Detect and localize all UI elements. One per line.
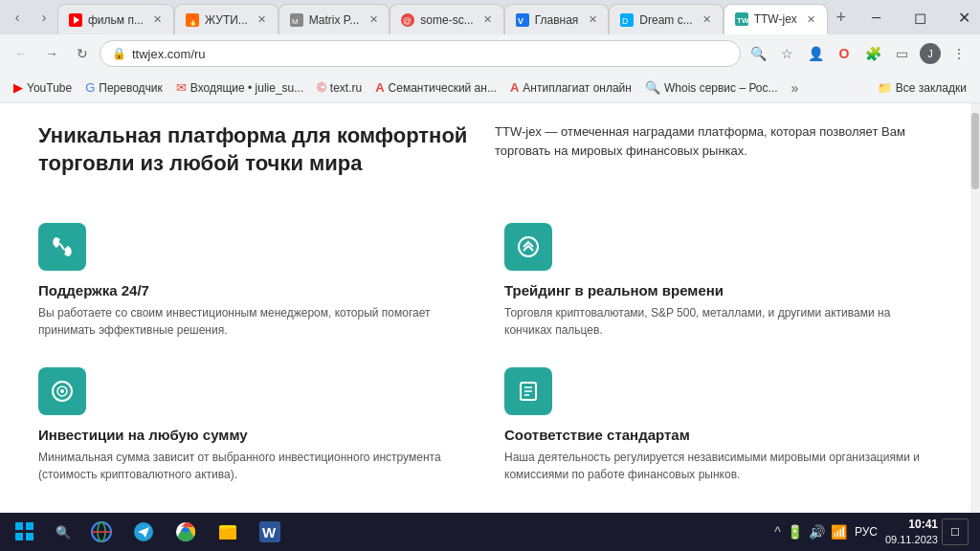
tab-favicon-4: @ [400,12,415,28]
forward-btn[interactable]: → [38,40,65,67]
clock-time: 10:41 [885,517,938,533]
tab-close-5[interactable]: ✕ [585,12,600,28]
feature-icon-wrap-1 [38,223,86,271]
opera-icon[interactable]: O [831,40,858,67]
svg-text:🔥: 🔥 [188,15,199,27]
bookmark-star-icon[interactable]: ☆ [773,40,800,67]
tray-arrow-icon[interactable]: ^ [774,524,781,540]
notification-btn[interactable]: ☐ [942,518,969,545]
all-bookmarks-btn[interactable]: 📁 Все закладки [872,79,972,97]
restore-btn[interactable]: ◻ [899,2,943,33]
browser-tab-4[interactable]: @ some-sc... ✕ [390,4,503,34]
clock-date: 09.11.2023 [885,533,938,547]
bookmarks-more-btn[interactable]: » [788,78,803,98]
tab-prev-btn[interactable]: ‹ [4,4,31,31]
tab-label-3: Matrix P... [309,13,359,27]
browser-tab-7[interactable]: TW TTW-jex ✕ [724,4,828,34]
search-icon[interactable]: 🔍 [745,40,771,67]
svg-text:V: V [518,16,523,26]
address-bar: ← → ↻ 🔒 ttwjex.com/ru 🔍 ☆ 👤 O 🧩 ▭ J ⋮ [0,34,980,73]
bookmark-mail-label: Входящие • julie_su... [190,81,303,95]
svg-text:W: W [262,524,277,540]
tab-close-7[interactable]: ✕ [804,11,819,27]
svg-text:TW: TW [737,16,748,25]
back-btn[interactable]: ← [8,40,34,67]
antiplagiat-bm-icon: A [510,80,519,95]
feature-title-2: Трейдинг в реальном времени [504,282,932,298]
bookmark-whois[interactable]: 🔍 Whois сервис – Рос... [639,78,784,97]
tab-close-2[interactable]: ✕ [255,12,270,28]
hero-section: Уникальная платформа для комфортной торг… [38,122,932,185]
hero-right: TTW-jex — отмеченная наградами платформа… [495,122,932,185]
close-btn[interactable]: ✕ [943,2,980,33]
browser-tab-1[interactable]: фильм п... ✕ [57,4,174,34]
feature-card-4: Соответствие стандартам Наша деятельност… [504,358,932,493]
feature-card-3: Инвестиции на любую сумму Минимальная су… [38,358,466,493]
feature-title-4: Соответствие стандартам [504,427,932,443]
youtube-bm-icon: ▶ [13,80,23,95]
feature-desc-2: Торговля криптовалютами, S&P 500, металл… [504,304,932,339]
tab-close-1[interactable]: ✕ [150,12,166,28]
tray-battery-icon[interactable]: 🔋 [787,524,803,540]
whois-bm-icon: 🔍 [645,80,660,95]
bookmark-mail[interactable]: ✉ Входящие • julie_su... [170,78,309,97]
tray-wifi-icon[interactable]: 📶 [831,524,847,540]
bookmark-antiplagiat-label: Антиплагиат онлайн [523,81,632,95]
window-controls: – ◻ ✕ [855,2,980,33]
hero-left: Уникальная платформа для комфортной торг… [38,122,476,185]
avatar-btn[interactable]: J [917,40,944,67]
tab-close-6[interactable]: ✕ [700,12,715,28]
bookmark-semantic[interactable]: A Семантический ан... [369,78,502,97]
bookmark-translator[interactable]: G Переводчик [79,78,168,97]
tab-next-btn[interactable]: › [31,4,57,31]
tab-close-4[interactable]: ✕ [480,12,496,28]
svg-point-17 [60,389,64,393]
tab-close-3[interactable]: ✕ [366,12,381,28]
tab-label-5: Главная [535,13,579,27]
profile-icon[interactable]: 👤 [802,40,829,67]
tray-volume-icon[interactable]: 🔊 [809,524,825,540]
browser-tab-6[interactable]: D Dream c... ✕ [609,4,723,34]
feature-icon-wrap-4 [504,367,552,415]
feature-icon-wrap-3 [38,367,86,415]
bookmark-textru-label: text.ru [330,81,362,95]
tab-favicon-3: M [289,12,304,28]
feature-icon-wrap-2 [504,223,552,271]
menu-btn[interactable]: ⋮ [946,40,972,67]
taskbar-chrome-btn[interactable] [165,513,207,551]
taskbar-files-btn[interactable] [207,513,249,551]
new-tab-btn[interactable]: + [828,4,855,31]
bookmark-antiplagiat[interactable]: A Антиплагиат онлайн [504,78,637,97]
browser-tab-5[interactable]: V Главная ✕ [504,4,610,34]
tab-label-7: TTW-jex [754,12,797,26]
taskbar-telegram-btn[interactable] [122,513,165,551]
language-badge[interactable]: РУС [851,525,881,539]
sidebar-toggle-icon[interactable]: ▭ [888,40,915,67]
scrollbar-thumb[interactable] [971,113,979,189]
reload-btn[interactable]: ↻ [69,40,96,67]
bookmark-translator-label: Переводчик [99,81,163,95]
browser-tab-3[interactable]: M Matrix P... ✕ [278,4,390,34]
page-scrollbar[interactable] [970,103,980,513]
all-bookmarks-label: Все закладки [896,81,967,95]
taskbar-search-btn[interactable]: 🔍 [46,515,80,549]
minimize-btn[interactable]: – [855,2,899,33]
tab-favicon-6: D [619,12,635,28]
bookmark-whois-label: Whois сервис – Рос... [664,81,778,95]
feature-desc-4: Наша деятельность регулируется независим… [504,449,932,483]
address-input-wrap[interactable]: 🔒 ttwjex.com/ru [100,40,741,67]
browser-tab-2[interactable]: 🔥 ЖУТИ... ✕ [174,4,278,34]
taskbar-right: ^ 🔋 🔊 📶 РУС 10:41 09.11.2023 ☐ [774,517,976,547]
svg-text:D: D [622,16,629,26]
svg-rect-26 [219,528,236,540]
extensions-icon[interactable]: 🧩 [859,40,886,67]
taskbar-word-btn[interactable]: W [249,513,291,551]
tab-favicon-2: 🔥 [185,12,200,28]
secure-icon: 🔒 [112,47,126,60]
start-btn[interactable] [4,513,46,551]
bookmark-textru[interactable]: © text.ru [311,78,368,97]
bookmark-youtube[interactable]: ▶ YouTube [8,78,78,97]
taskbar-browser-btn[interactable] [80,513,122,551]
mail-bm-icon: ✉ [176,80,187,95]
feature-title-1: Поддержка 24/7 [38,282,466,298]
